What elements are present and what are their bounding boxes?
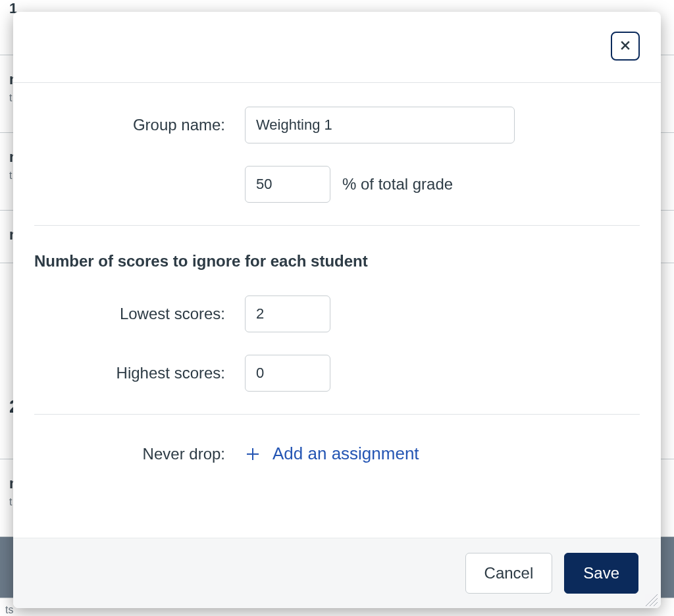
- never-drop-row: Never drop: Add an assignment: [34, 441, 640, 467]
- close-icon: [619, 39, 632, 54]
- group-name-row: Group name:: [34, 107, 640, 143]
- highest-scores-row: Highest scores:: [34, 355, 640, 392]
- cancel-button[interactable]: Cancel: [465, 553, 553, 594]
- never-drop-label: Never drop:: [143, 445, 225, 463]
- bg-foot-text: ts: [5, 604, 13, 616]
- add-assignment-button[interactable]: Add an assignment: [245, 441, 419, 467]
- percent-suffix-label: % of total grade: [342, 175, 453, 193]
- save-button[interactable]: Save: [564, 553, 638, 594]
- dialog-body: Group name: % of total grade Number of s…: [13, 83, 661, 538]
- svg-line-5: [650, 598, 658, 606]
- section-divider: [34, 225, 640, 226]
- lowest-scores-row: Lowest scores:: [34, 295, 640, 332]
- dialog-footer: Cancel Save: [13, 538, 661, 608]
- close-button[interactable]: [611, 32, 640, 61]
- ignore-scores-heading: Number of scores to ignore for each stud…: [34, 252, 640, 270]
- resize-handle-icon[interactable]: [644, 592, 658, 607]
- section-divider-2: [34, 414, 640, 415]
- group-name-input[interactable]: [245, 107, 515, 143]
- group-name-label: Group name:: [133, 116, 225, 134]
- percent-row: % of total grade: [34, 166, 640, 203]
- highest-scores-input[interactable]: [245, 355, 330, 392]
- highest-scores-label: Highest scores:: [117, 364, 225, 382]
- add-assignment-label: Add an assignment: [272, 444, 419, 464]
- edit-group-dialog: Group name: % of total grade Number of s…: [13, 12, 661, 608]
- percent-of-total-input[interactable]: [245, 166, 330, 203]
- lowest-scores-label: Lowest scores:: [120, 305, 225, 322]
- lowest-scores-input[interactable]: [245, 295, 330, 332]
- plus-icon: [245, 446, 261, 462]
- dialog-header: [13, 12, 661, 83]
- svg-line-6: [654, 602, 658, 606]
